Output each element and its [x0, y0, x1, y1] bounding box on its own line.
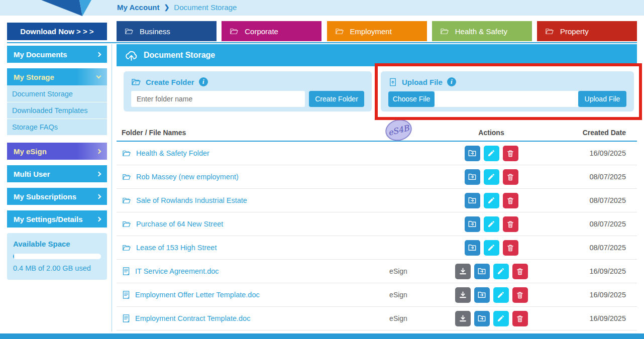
- item-name-link[interactable]: Employment Contract Template.doc: [135, 314, 250, 322]
- column-header-names: Folder / File Names: [117, 129, 381, 137]
- table-row: IT Service Agreement.doc eSign: [117, 260, 637, 283]
- item-name-link[interactable]: Rob Massey (new employment): [136, 173, 239, 181]
- create-folder-icon: [131, 77, 141, 87]
- item-name-link[interactable]: Health & Safety Folder: [136, 149, 209, 157]
- sidebar-item-my-storage[interactable]: My Storage: [7, 68, 107, 85]
- delete-button[interactable]: [512, 264, 528, 279]
- storage-usage-text: 0.4 MB of 2.00 GB used: [13, 264, 101, 272]
- upload-file-info-icon[interactable]: i: [447, 77, 456, 86]
- sidebar-subitem-storage-faqs[interactable]: Storage FAQs: [7, 119, 107, 135]
- sidebar-item-my-esign[interactable]: My eSign: [7, 143, 107, 160]
- table-row: Lease of 153 High Street 08/07/2025: [117, 236, 637, 260]
- cloud-upload-icon: [125, 49, 138, 62]
- delete-button[interactable]: [503, 146, 518, 161]
- download-now-label: Download Now > > >: [20, 27, 93, 36]
- top-band: [0, 0, 644, 16]
- download-button[interactable]: [455, 311, 471, 326]
- chevron-right-icon: [96, 194, 101, 199]
- delete-button[interactable]: [503, 240, 518, 256]
- table-body: Health & Safety Folder 16/09/2025: [117, 142, 637, 330]
- rename-button[interactable]: [493, 287, 509, 303]
- table-row: Sale of Rowlands Industrial Estate 08/07: [117, 189, 637, 212]
- rename-button[interactable]: [484, 240, 499, 256]
- item-name-link[interactable]: Sale of Rowlands Industrial Estate: [136, 196, 247, 204]
- delete-button[interactable]: [503, 193, 518, 208]
- site-logo: [41, 0, 91, 16]
- sidebar-item-my-settings-details[interactable]: My Settings/Details: [7, 210, 107, 228]
- download-button[interactable]: [455, 264, 471, 279]
- chevron-right-icon: [96, 149, 101, 154]
- delete-button[interactable]: [512, 287, 528, 303]
- selected-file-display[interactable]: [435, 91, 578, 107]
- folder-icon: [124, 27, 134, 36]
- sidebar-subitem-document-storage[interactable]: Document Storage: [7, 85, 107, 102]
- sidebar-content-divider: [112, 44, 112, 331]
- tab-label: Business: [140, 27, 170, 36]
- upload-file-title: Upload File: [402, 78, 443, 86]
- column-header-created-date: Created Date: [567, 129, 637, 137]
- tab-label: Corporate: [245, 27, 278, 36]
- sidebar: Download Now > > > My DocumentsMy Storag…: [7, 23, 107, 280]
- page-header-bar: Document Storage: [117, 44, 637, 66]
- sidebar-item-my-documents[interactable]: My Documents: [7, 46, 107, 63]
- sidebar-subitem-downloaded-templates[interactable]: Downloaded Templates: [7, 102, 107, 119]
- create-folder-info-icon[interactable]: i: [199, 77, 208, 86]
- move-to-folder-button[interactable]: [465, 146, 480, 161]
- created-date: 08/07/2025: [567, 196, 637, 204]
- folder-name-input[interactable]: [131, 91, 305, 107]
- sidebar-item-my-subscriptions[interactable]: My Subscriptions: [7, 188, 107, 205]
- rename-button[interactable]: [484, 216, 499, 232]
- upload-file-button[interactable]: Upload File: [578, 91, 626, 107]
- sidebar-item-label: Multi User: [14, 170, 50, 178]
- create-folder-button[interactable]: Create Folder: [309, 91, 364, 107]
- file-icon: [122, 313, 131, 323]
- item-name-link[interactable]: IT Service Agreement.doc: [135, 267, 219, 275]
- download-now-button[interactable]: Download Now > > >: [7, 23, 107, 40]
- table-row: Employment Offer Letter Template.doc eSi…: [117, 283, 637, 307]
- move-to-folder-button[interactable]: [465, 240, 480, 256]
- esign-label: eSign: [381, 267, 416, 275]
- file-icon: [122, 266, 131, 276]
- tab-business[interactable]: Business: [117, 21, 217, 41]
- breadcrumb-my-account[interactable]: My Account: [117, 3, 159, 12]
- rename-button[interactable]: [484, 146, 499, 161]
- upload-file-icon: [388, 77, 397, 87]
- download-button[interactable]: [455, 287, 471, 303]
- storage-progress-bar: [13, 254, 101, 259]
- item-name-link[interactable]: Purchase of 64 New Street: [136, 220, 223, 228]
- tab-corporate[interactable]: Corporate: [222, 21, 321, 41]
- choose-file-button[interactable]: Choose File: [388, 91, 435, 107]
- item-name-link[interactable]: Employment Offer Letter Template.doc: [135, 291, 260, 299]
- rename-button[interactable]: [493, 311, 509, 326]
- move-to-folder-button[interactable]: [465, 193, 480, 208]
- sidebar-item-label: My Subscriptions: [14, 192, 76, 201]
- move-to-folder-button[interactable]: [474, 287, 490, 303]
- file-icon: [122, 290, 131, 300]
- folder-icon: [440, 27, 450, 36]
- folder-icon: [122, 219, 132, 229]
- rename-button[interactable]: [493, 264, 509, 279]
- item-name-link[interactable]: Lease of 153 High Street: [136, 244, 217, 252]
- rename-button[interactable]: [484, 169, 499, 185]
- tab-employment[interactable]: Employment: [327, 21, 427, 41]
- sidebar-item-multi-user[interactable]: Multi User: [7, 165, 107, 182]
- rename-button[interactable]: [484, 193, 499, 208]
- delete-button[interactable]: [503, 216, 518, 232]
- delete-button[interactable]: [503, 169, 518, 185]
- tab-property[interactable]: Property: [537, 21, 637, 41]
- delete-button[interactable]: [512, 311, 528, 326]
- move-to-folder-button[interactable]: [474, 311, 490, 326]
- folder-icon: [122, 149, 132, 158]
- move-to-folder-button[interactable]: [474, 264, 490, 279]
- move-to-folder-button[interactable]: [465, 169, 480, 185]
- created-date: 16/09/2025: [567, 314, 637, 322]
- breadcrumb-current: Document Storage: [174, 3, 237, 12]
- available-space-title: Available Space: [13, 240, 101, 248]
- chevron-right-icon: [96, 52, 101, 57]
- upload-file-panel: Upload File i Choose File Upload File: [381, 71, 634, 111]
- available-space-panel: Available Space 0.4 MB of 2.00 GB used: [7, 233, 107, 280]
- move-to-folder-button[interactable]: [465, 216, 480, 232]
- tab-health-safety[interactable]: Health & Safety: [432, 21, 532, 41]
- created-date: 08/07/2025: [567, 220, 637, 228]
- esign-label: eSign: [381, 314, 416, 322]
